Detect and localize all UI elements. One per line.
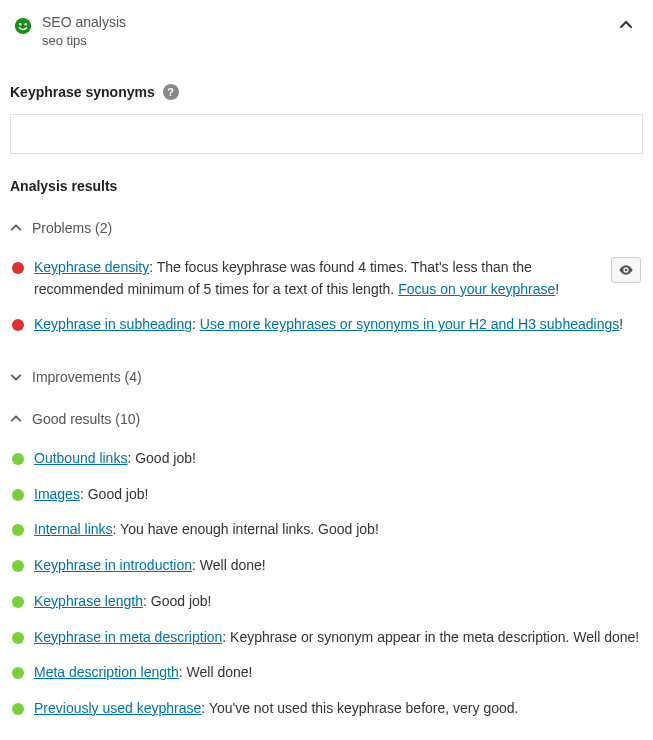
good-results-group-toggle[interactable]: Good results (10) <box>10 411 643 427</box>
item-action-link[interactable]: Focus on your keyphrase <box>398 281 555 297</box>
chevron-up-icon <box>10 222 22 234</box>
item-title-link[interactable]: Outbound links <box>34 450 127 466</box>
bullet-icon <box>12 453 24 465</box>
good-result-item: Keyphrase in introduction: Well done! <box>10 548 643 584</box>
analysis-results-heading: Analysis results <box>10 178 643 194</box>
chevron-up-icon <box>10 413 22 425</box>
eye-icon <box>618 262 634 278</box>
item-text: Keyphrase in subheading: Use more keyphr… <box>34 314 641 336</box>
bullet-icon <box>12 703 24 715</box>
bullet-icon <box>12 524 24 536</box>
item-text: Outbound links: Good job! <box>34 448 641 470</box>
keyphrase-synonyms-input[interactable] <box>10 114 643 154</box>
bullet-icon <box>12 319 24 331</box>
item-title-link[interactable]: Keyphrase in meta description <box>34 629 222 645</box>
item-title-link[interactable]: Keyphrase length <box>34 593 143 609</box>
bullet-icon <box>12 262 24 274</box>
svg-point-3 <box>625 269 628 272</box>
item-title-link[interactable]: Keyphrase in subheading <box>34 316 192 332</box>
keyphrase-synonyms-label: Keyphrase synonyms ? <box>10 84 643 100</box>
item-text: Meta description length: Well done! <box>34 662 641 684</box>
problems-items: Keyphrase density: The focus keyphrase w… <box>10 250 643 343</box>
item-title-link[interactable]: Internal links <box>34 521 113 537</box>
seo-analysis-header[interactable]: SEO analysis seo tips <box>10 10 643 60</box>
smiley-icon <box>14 17 32 35</box>
good-results-items: Outbound links: Good job!Images: Good jo… <box>10 441 643 727</box>
item-text: Images: Good job! <box>34 484 641 506</box>
svg-point-1 <box>19 23 22 26</box>
item-text: Previously used keyphrase: You've not us… <box>34 698 641 720</box>
item-action-link[interactable]: Use more keyphrases or synonyms in your … <box>200 316 619 332</box>
improvements-group-toggle[interactable]: Improvements (4) <box>10 369 643 385</box>
item-text: Keyphrase density: The focus keyphrase w… <box>34 257 595 300</box>
good-result-item: Keyphrase length: Good job! <box>10 584 643 620</box>
good-result-item: Outbound links: Good job! <box>10 441 643 477</box>
svg-point-0 <box>15 18 31 34</box>
header-subtitle: seo tips <box>42 33 613 48</box>
problem-item: Keyphrase in subheading: Use more keyphr… <box>10 307 643 343</box>
item-text: Keyphrase in introduction: Well done! <box>34 555 641 577</box>
collapse-toggle[interactable] <box>613 14 639 39</box>
mark-seen-button[interactable] <box>611 257 641 283</box>
item-title-link[interactable]: Previously used keyphrase <box>34 700 201 716</box>
synonyms-label-text: Keyphrase synonyms <box>10 84 155 100</box>
bullet-icon <box>12 632 24 644</box>
problems-group-toggle[interactable]: Problems (2) <box>10 220 643 236</box>
good-result-item: Meta description length: Well done! <box>10 655 643 691</box>
good-results-group-label: Good results (10) <box>32 411 140 427</box>
bullet-icon <box>12 560 24 572</box>
item-title-link[interactable]: Images <box>34 486 80 502</box>
svg-point-2 <box>24 23 27 26</box>
header-title: SEO analysis <box>42 14 613 30</box>
good-result-item: Keyphrase in meta description: Keyphrase… <box>10 620 643 656</box>
problems-group-label: Problems (2) <box>32 220 112 236</box>
good-result-item: Internal links: You have enough internal… <box>10 512 643 548</box>
item-title-link[interactable]: Keyphrase in introduction <box>34 557 192 573</box>
chevron-up-icon <box>619 18 633 32</box>
item-title-link[interactable]: Keyphrase density <box>34 259 149 275</box>
item-title-link[interactable]: Meta description length <box>34 664 179 680</box>
bullet-icon <box>12 667 24 679</box>
item-text: Keyphrase length: Good job! <box>34 591 641 613</box>
item-text: Internal links: You have enough internal… <box>34 519 641 541</box>
item-text: Keyphrase in meta description: Keyphrase… <box>34 627 641 649</box>
improvements-group-label: Improvements (4) <box>32 369 142 385</box>
bullet-icon <box>12 596 24 608</box>
good-result-item: Previously used keyphrase: You've not us… <box>10 691 643 727</box>
good-result-item: Images: Good job! <box>10 477 643 513</box>
bullet-icon <box>12 489 24 501</box>
help-icon[interactable]: ? <box>163 84 179 100</box>
problem-item: Keyphrase density: The focus keyphrase w… <box>10 250 643 307</box>
chevron-down-icon <box>10 371 22 383</box>
